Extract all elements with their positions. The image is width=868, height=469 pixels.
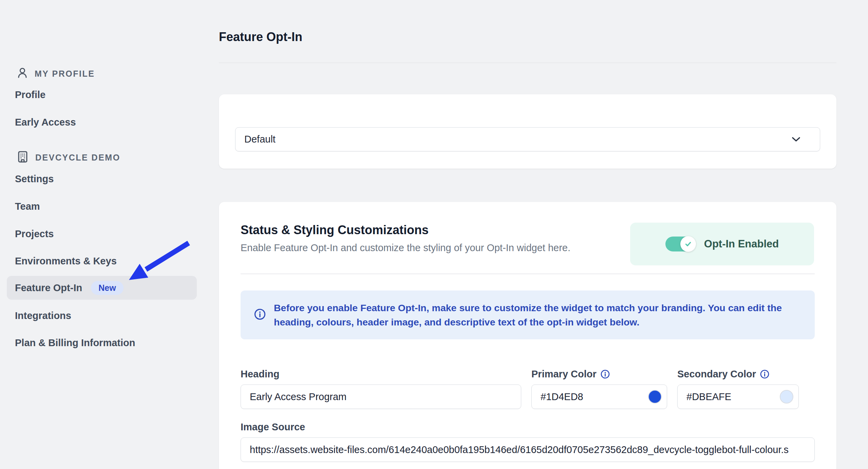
sidebar-section-devcycle-demo: DEVCYCLE DEMO [16,150,120,165]
opt-in-toggle-label: Opt-In Enabled [704,238,779,250]
sidebar-item-team[interactable]: Team [15,199,40,214]
new-badge: New [91,281,123,295]
title-divider [219,62,836,63]
sidebar-item-early-access[interactable]: Early Access [15,114,76,130]
image-source-label: Image Source [241,421,305,433]
secondary-color-label: Secondary Color [677,369,756,380]
status-styling-card: Status & Styling Customizations Enable F… [219,202,836,469]
info-banner: Before you enable Feature Opt-In, make s… [241,290,815,339]
sidebar-item-projects[interactable]: Projects [15,226,54,242]
info-icon [254,308,266,321]
project-select[interactable]: Default [235,127,820,151]
secondary-color-info-icon[interactable] [760,370,769,379]
sidebar-section-label: MY PROFILE [35,69,95,79]
toggle-knob [680,236,696,252]
secondary-color-swatch[interactable] [780,390,793,404]
sidebar-section-my-profile: MY PROFILE [16,66,95,81]
heading-label: Heading [241,369,279,380]
sidebar-item-label: Feature Opt-In [15,282,82,294]
primary-color-input[interactable] [531,384,667,409]
heading-field-group: Heading [241,368,521,409]
select-project-card: Select Project Default [219,94,836,169]
primary-color-field-group: Primary Color [531,368,667,409]
styling-fields-row: Heading Primary Color [241,368,799,409]
info-banner-line-1: Before you enable Feature Opt-In, make s… [274,301,782,315]
secondary-color-field-group: Secondary Color [677,368,799,409]
image-source-field-group: Image Source [241,421,815,462]
heading-input[interactable] [241,384,521,409]
sidebar: MY PROFILE Profile Early Access DEVCYCLE… [0,0,204,469]
check-icon [684,240,693,248]
primary-color-swatch[interactable] [648,390,662,404]
project-select-value: Default [244,134,276,145]
page-title: Feature Opt-In [219,30,302,44]
chevron-down-icon [791,136,801,144]
sidebar-item-plan-billing[interactable]: Plan & Billing Information [15,335,135,351]
opt-in-status-panel: Opt-In Enabled [630,223,814,265]
sidebar-section-label: DEVCYCLE DEMO [35,153,120,163]
status-card-title: Status & Styling Customizations [241,223,429,237]
section-divider [241,274,815,274]
page: MY PROFILE Profile Early Access DEVCYCLE… [0,0,868,469]
sidebar-item-settings[interactable]: Settings [15,171,54,187]
opt-in-toggle[interactable] [665,237,695,251]
sidebar-item-environments-keys[interactable]: Environments & Keys [15,253,117,269]
primary-color-label: Primary Color [531,369,597,380]
info-banner-line-2: heading, colours, header image, and desc… [274,315,782,329]
primary-color-info-icon[interactable] [601,370,610,379]
sidebar-item-integrations[interactable]: Integrations [15,308,71,323]
sidebar-item-feature-opt-in[interactable]: Feature Opt-In New [7,276,197,300]
status-card-subtitle: Enable Feature Opt-In and customize the … [241,242,570,254]
sidebar-item-profile[interactable]: Profile [15,87,45,102]
user-icon [16,67,29,80]
building-icon [16,150,29,165]
info-banner-text: Before you enable Feature Opt-In, make s… [274,301,782,329]
image-source-input[interactable] [241,437,815,462]
